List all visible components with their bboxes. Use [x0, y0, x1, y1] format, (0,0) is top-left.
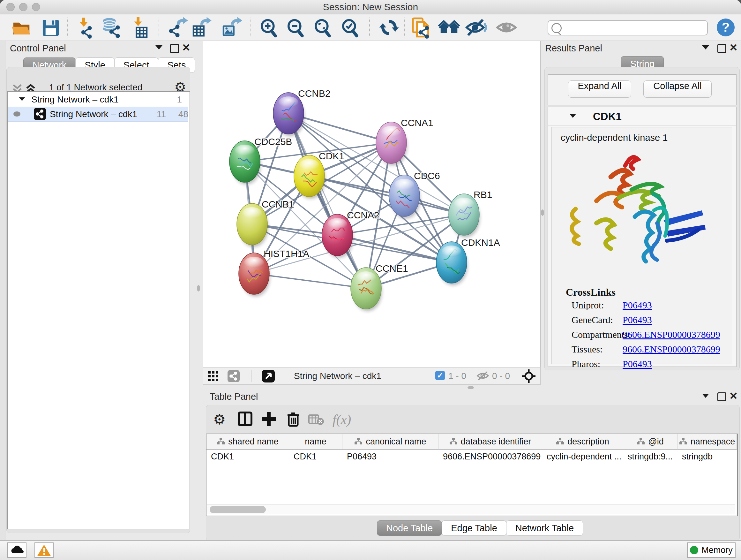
control-panel-float-icon[interactable] [170, 44, 179, 53]
network-node-CCNB2[interactable]: CCNB2 [273, 88, 331, 136]
help-button[interactable]: ? [717, 18, 735, 37]
crosslink-value-link[interactable]: P06493 [623, 300, 652, 311]
table-panel-collapse-icon[interactable] [702, 394, 709, 398]
results-panel-close-icon[interactable]: ✕ [729, 44, 738, 51]
crosslink-value-link[interactable]: 9606.ENSP00000378699 [623, 344, 720, 355]
string-network-icon [34, 108, 46, 120]
memory-button[interactable]: Memory [687, 543, 736, 558]
import-network-file-icon[interactable] [75, 16, 97, 39]
network-node-CCNA2[interactable]: CCNA2 [322, 210, 380, 258]
zoom-in-icon[interactable] [257, 16, 280, 39]
left-splitter-handle[interactable] [197, 285, 200, 292]
tab-edge-table[interactable]: Edge Table [442, 520, 507, 536]
table-cell[interactable]: stringdb:9... [623, 449, 677, 463]
node-table[interactable]: shared namenamecanonical namedatabase id… [206, 434, 738, 516]
control-panel-collapse-icon[interactable] [155, 45, 162, 50]
network-row-selected[interactable]: String Network – cdk1 11 48 [8, 107, 188, 122]
node-label-CCNE1: CCNE1 [376, 263, 408, 273]
node-label-CDC25B: CDC25B [254, 136, 292, 147]
column-header-canonical-name[interactable]: canonical name [342, 434, 439, 449]
search-input[interactable] [563, 21, 702, 34]
crosslink-label: Uniprot: [571, 300, 604, 311]
grid-view-icon[interactable] [208, 371, 219, 381]
node-result-caret[interactable] [569, 114, 576, 118]
refresh-icon[interactable] [378, 16, 400, 39]
table-panel-close-icon[interactable]: ✕ [729, 392, 738, 399]
network-node-CCNA1[interactable]: CCNA1 [376, 118, 433, 166]
network-node-CCNB1[interactable]: CCNB1 [237, 199, 294, 247]
column-header-description[interactable]: description [542, 434, 623, 449]
column-header-database-identifier[interactable]: database identifier [439, 434, 542, 449]
hide-selected-icon[interactable] [465, 16, 487, 39]
duplicate-network-icon[interactable] [410, 16, 432, 39]
column-header--id[interactable]: @id [623, 434, 677, 449]
right-splitter-handle[interactable] [541, 209, 544, 216]
control-panel-close-icon[interactable]: ✕ [182, 44, 191, 51]
network-node-CDKN1A[interactable]: CDKN1A [436, 237, 500, 286]
fit-selected-crosshair-icon[interactable] [522, 369, 536, 383]
string-network-badge-icon[interactable] [227, 370, 240, 382]
table-options-gear-icon[interactable]: ⚙ [213, 411, 226, 428]
zoom-fit-icon[interactable] [311, 16, 333, 39]
import-table-file-icon[interactable] [128, 16, 150, 39]
node-description: cyclin-dependent kinase 1 [561, 132, 668, 143]
tab-network-table[interactable]: Network Table [506, 520, 583, 536]
crosslink-label: Tissues: [571, 344, 603, 355]
export-image-icon[interactable] [220, 16, 242, 39]
export-table-icon[interactable] [190, 16, 212, 39]
network-node-count: 11 [148, 109, 166, 119]
collapse-all-button[interactable]: Collapse All [643, 80, 712, 98]
table-cell[interactable]: CDK1 [289, 449, 342, 463]
crosslink-value-link[interactable]: P06493 [623, 359, 652, 369]
network-canvas[interactable]: CCNB2 CCNA1 CDC25B CDK1 CDC6 RB1 CCNB1 C… [203, 41, 541, 368]
cloud-status-button[interactable] [7, 543, 26, 558]
add-column-icon[interactable] [260, 411, 277, 427]
column-header-name[interactable]: name [289, 434, 342, 449]
save-session-icon[interactable] [39, 16, 62, 39]
table-cell[interactable]: stringdb [677, 449, 737, 463]
collection-expand-caret[interactable] [19, 98, 25, 101]
memory-label: Memory [701, 545, 733, 555]
search-box[interactable] [548, 20, 708, 36]
network-node-CDC25B[interactable]: CDC25B [229, 136, 292, 185]
network-node-CDC6[interactable]: CDC6 [389, 171, 440, 219]
table-cell[interactable]: CDK1 [206, 449, 289, 463]
table-cell[interactable]: cyclin-dependent ... [542, 449, 623, 463]
open-session-icon[interactable] [10, 16, 32, 39]
table-horizontal-scrollbar[interactable] [207, 504, 735, 514]
delete-table-icon [308, 414, 325, 430]
birds-eye-view-icon[interactable] [262, 370, 275, 382]
home-layout-icon[interactable] [438, 16, 460, 39]
network-collection-row[interactable]: String Network – cdk1 1 [8, 92, 188, 107]
bottom-splitter-handle[interactable] [468, 386, 474, 389]
show-all-icon[interactable] [495, 16, 518, 39]
main-toolbar: ? [0, 14, 741, 41]
table-panel-float-icon[interactable] [718, 392, 726, 401]
network-node-CCNE1[interactable]: CCNE1 [351, 263, 408, 311]
show-columns-icon[interactable] [237, 411, 253, 427]
warnings-button[interactable] [35, 543, 54, 558]
export-network-icon[interactable] [166, 16, 189, 39]
results-panel-collapse-icon[interactable] [702, 45, 709, 50]
table-cell[interactable]: 9606.ENSP00000378699 [439, 449, 542, 463]
table-scrollbar-thumb[interactable] [210, 506, 266, 513]
column-header-namespace[interactable]: namespace [677, 434, 737, 449]
crosslink-value-link[interactable]: 9606.ENSP00000378699 [623, 329, 720, 340]
node-result-header[interactable]: CDK1 [548, 107, 736, 125]
delete-column-trash-icon[interactable] [285, 411, 301, 427]
toolbar-separator [404, 17, 405, 37]
crosslink-value-link[interactable]: P06493 [623, 314, 652, 325]
network-node-HIST1H1A[interactable]: HIST1H1A [239, 248, 309, 297]
network-node-RB1[interactable]: RB1 [449, 189, 492, 238]
node-label-CCNB2: CCNB2 [298, 88, 331, 99]
results-panel-float-icon[interactable] [718, 44, 726, 53]
expand-all-button[interactable]: Expand All [568, 80, 631, 98]
selected-checkbox-icon[interactable]: ✓ [435, 371, 445, 380]
column-header-shared-name[interactable]: shared name [206, 434, 289, 449]
zoom-selected-icon[interactable] [339, 16, 361, 39]
zoom-out-icon[interactable] [284, 16, 307, 39]
node-label-CDKN1A: CDKN1A [461, 237, 500, 248]
table-cell[interactable]: P06493 [342, 449, 438, 463]
tab-node-table[interactable]: Node Table [377, 520, 442, 536]
import-network-database-icon[interactable] [99, 16, 122, 39]
